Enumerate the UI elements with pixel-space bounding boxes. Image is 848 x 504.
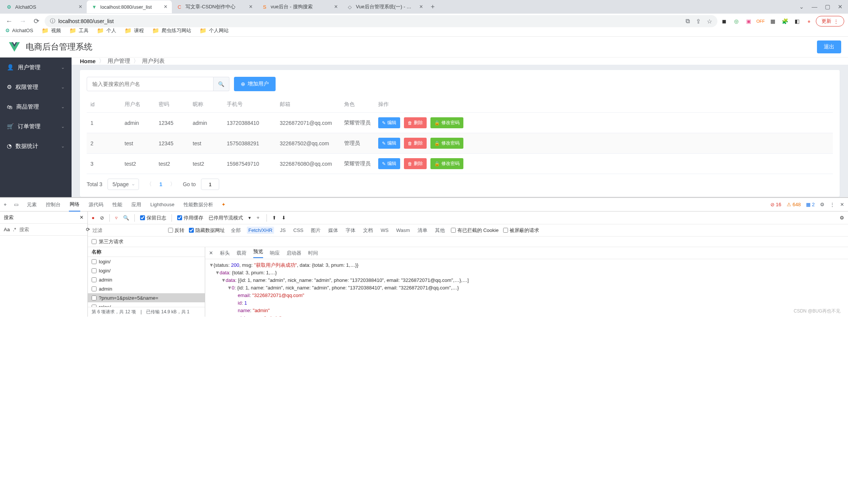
bookmark-6[interactable]: 📁个人网站 — [200, 27, 229, 34]
json-line[interactable]: ▼data: [{id: 1, name: "admin", nick_name… — [209, 277, 844, 284]
delete-button[interactable]: 🗑删除 — [404, 117, 427, 128]
issue-badge[interactable]: ▦ 2 — [806, 202, 815, 207]
close-window-button[interactable]: ✕ — [838, 3, 843, 10]
bookmark-2[interactable]: 📁工具 — [69, 27, 89, 34]
blocked-cookies-checkbox[interactable]: 有已拦截的 Cookie — [451, 227, 499, 234]
tab-close-icon[interactable]: × — [334, 3, 338, 10]
reload-button[interactable]: ⟳ — [31, 16, 42, 26]
json-line[interactable]: email: "3226872071@qq.com" — [209, 292, 844, 299]
tab-close-icon[interactable]: × — [164, 3, 167, 10]
request-checkbox[interactable] — [92, 286, 97, 291]
filter-type-3[interactable]: CSS — [292, 227, 305, 234]
ext-icon-2[interactable]: ◎ — [733, 17, 740, 25]
address-bar[interactable]: ⓘ localhost:8080/user_list ⧉ ⇪ ☆ — [45, 15, 717, 27]
search-input[interactable] — [87, 77, 214, 91]
edit-button[interactable]: ✎编辑 — [378, 117, 400, 128]
json-line[interactable]: nick_name: "admin" — [209, 314, 844, 317]
magic-icon[interactable]: ✦ — [221, 202, 226, 207]
request-item[interactable]: admin — [88, 284, 205, 293]
forward-button[interactable]: → — [17, 16, 28, 26]
json-line[interactable]: name: "admin" — [209, 307, 844, 314]
share-icon[interactable]: ⇪ — [696, 18, 701, 25]
add-user-button[interactable]: ⊕ 增加用户 — [234, 77, 276, 91]
request-checkbox[interactable] — [92, 268, 97, 273]
export-har-icon[interactable]: ⬇ — [282, 215, 286, 221]
preview-body[interactable]: ▼{status: 200, msg: "获取用户列表成功", data: {t… — [205, 259, 848, 317]
preview-tab-3[interactable]: 响应 — [270, 250, 280, 257]
sidebar-item-0[interactable]: 👤 用户管理 ⌄ — [0, 58, 72, 77]
tab-close-icon[interactable]: × — [249, 3, 253, 10]
update-button[interactable]: 更新⋮ — [816, 16, 844, 26]
change-password-button[interactable]: 🔒修改密码 — [430, 158, 463, 169]
devtools-tab-2[interactable]: 网络 — [69, 198, 80, 212]
bookmark-3[interactable]: 📁个人 — [97, 27, 116, 34]
request-checkbox[interactable] — [92, 259, 97, 264]
filter-toggle-icon[interactable]: ▿ — [115, 215, 118, 221]
inspect-icon[interactable]: ⌖ — [4, 202, 6, 208]
preview-tab-5[interactable]: 时间 — [308, 250, 318, 257]
sidebar-item-2[interactable]: 🛍 商品管理 ⌄ — [0, 97, 72, 117]
disable-cache-checkbox[interactable]: 停用缓存 — [177, 215, 203, 221]
sidebar-item-4[interactable]: ◔ 数据统计 ⌄ — [0, 136, 72, 156]
install-app-icon[interactable]: ⧉ — [686, 18, 690, 25]
devtools-tab-1[interactable]: 控制台 — [45, 198, 61, 211]
tab-0[interactable]: ⚙ AIchatOS × — [2, 0, 87, 13]
filter-type-4[interactable]: 图片 — [309, 226, 322, 235]
import-har-icon[interactable]: ⬆ — [272, 215, 276, 221]
network-settings-icon[interactable]: ⚙ — [840, 215, 844, 221]
search-button[interactable]: 🔍 — [214, 77, 229, 91]
devtools-search-input[interactable] — [19, 227, 83, 232]
devtools-settings-icon[interactable]: ⚙ — [820, 202, 825, 207]
change-password-button[interactable]: 🔒修改密码 — [430, 138, 463, 149]
bookmark-4[interactable]: 📁课程 — [125, 27, 144, 34]
json-line[interactable]: id: 1 — [209, 299, 844, 307]
breadcrumb-p1[interactable]: 用户管理 — [108, 58, 130, 65]
error-badge[interactable]: ⊘ 16 — [770, 202, 781, 207]
request-item[interactable]: admin — [88, 275, 205, 284]
request-checkbox[interactable] — [92, 296, 97, 300]
goto-input[interactable] — [201, 179, 219, 190]
search-regex-toggle[interactable]: .* — [13, 227, 16, 232]
back-button[interactable]: ← — [4, 16, 14, 26]
devtools-close-icon[interactable]: ✕ — [840, 202, 844, 207]
sidebar-item-1[interactable]: ⚙ 权限管理 ⌄ — [0, 77, 72, 97]
clear-icon[interactable]: ⊘ — [100, 215, 104, 221]
maximize-button[interactable]: ▢ — [825, 3, 830, 10]
json-line[interactable]: ▼data: {total: 3, pnum: 1,…} — [209, 269, 844, 277]
third-party-checkbox[interactable] — [92, 239, 97, 244]
filter-type-0[interactable]: 全部 — [229, 226, 242, 235]
bookmark-0[interactable]: ⚙AIchatOS — [5, 28, 33, 33]
throttling-chevron-icon[interactable]: ▾ — [248, 215, 251, 221]
next-page-button[interactable]: 〉 — [168, 181, 178, 188]
minimize-button[interactable]: — — [812, 3, 817, 10]
tab-overflow-button[interactable]: ⌄ — [799, 3, 804, 10]
tab-close-icon[interactable]: × — [419, 3, 423, 10]
breadcrumb-home[interactable]: Home — [80, 58, 96, 64]
tab-2[interactable]: C 写文章-CSDN创作中心 × — [172, 0, 257, 13]
preview-tab-0[interactable]: 标头 — [220, 250, 230, 257]
devtools-tab-7[interactable]: 性能数据分析 — [183, 198, 214, 211]
network-conditions-icon[interactable]: ᯤ — [256, 215, 261, 221]
device-toggle-icon[interactable]: ▭ — [14, 202, 19, 207]
prev-page-button[interactable]: 〈 — [144, 181, 154, 188]
filter-type-1[interactable]: Fetch/XHR — [247, 227, 274, 234]
edit-button[interactable]: ✎编辑 — [378, 158, 400, 169]
filter-type-6[interactable]: 字体 — [344, 226, 357, 235]
filter-type-5[interactable]: 媒体 — [327, 226, 340, 235]
request-checkbox[interactable] — [92, 277, 97, 282]
delete-button[interactable]: 🗑删除 — [404, 158, 427, 169]
preserve-log-checkbox[interactable]: 保留日志 — [140, 215, 166, 221]
invert-checkbox[interactable]: 反转 — [168, 227, 184, 234]
request-item[interactable]: login/ — [88, 257, 205, 266]
ext-icon-5[interactable]: ▦ — [769, 17, 776, 25]
filter-type-11[interactable]: 其他 — [433, 226, 446, 235]
request-item[interactable]: ?pnum=1&psize=5&name= — [88, 293, 205, 302]
profile-avatar[interactable]: ● — [805, 17, 813, 25]
blocked-req-checkbox[interactable]: 被屏蔽的请求 — [503, 227, 539, 234]
filter-type-10[interactable]: 清单 — [416, 226, 429, 235]
devtools-more-icon[interactable]: ⋮ — [830, 202, 835, 207]
ext-icon-4[interactable]: OFF — [757, 17, 764, 25]
search-case-toggle[interactable]: Aa — [4, 227, 10, 232]
preview-tab-2[interactable]: 预览 — [253, 248, 263, 258]
preview-tab-4[interactable]: 启动器 — [287, 250, 301, 257]
